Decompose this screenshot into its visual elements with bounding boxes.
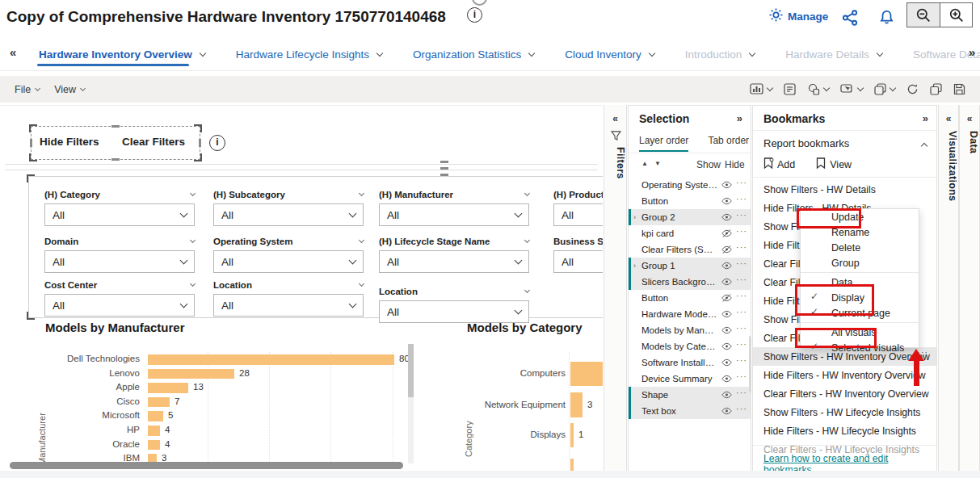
eye-icon[interactable] [721, 358, 732, 369]
layer-item-hardware-models-de-[interactable]: Hardware Models De...··· [629, 306, 751, 322]
chevron-down-icon[interactable] [190, 191, 196, 196]
slicer-header[interactable]: Domain [44, 236, 195, 247]
chevron-down-icon[interactable] [376, 50, 383, 57]
duplicate-button[interactable] [930, 83, 942, 95]
tab-introduction[interactable]: Introduction [674, 39, 775, 70]
chevron-down-icon[interactable] [359, 237, 364, 243]
slicer-dropdown[interactable]: All [379, 203, 529, 226]
more-options-icon[interactable]: ··· [736, 242, 747, 252]
slicer-dropdown[interactable]: All [213, 203, 364, 226]
zoom-out-button[interactable] [907, 3, 940, 27]
more-options-icon[interactable]: ··· [736, 323, 747, 333]
slicer-dropdown[interactable]: All [379, 250, 529, 273]
chevron-down-icon[interactable] [359, 191, 364, 196]
expand-icon[interactable]: « [960, 113, 979, 124]
slicer-header[interactable]: (H) Product [553, 189, 603, 200]
chevron-down-icon[interactable] [524, 287, 530, 293]
layer-item-models-by-manufact-[interactable]: Models by Manufact...··· [629, 322, 751, 338]
menu-item-group[interactable]: Group [801, 255, 919, 270]
bookmark-item[interactable]: Hide Filters - HW Lifecycle Insights [753, 421, 936, 440]
eye-icon[interactable] [721, 261, 732, 272]
more-options-icon[interactable]: ··· [736, 258, 747, 268]
tab-layer-order[interactable]: Layer order [639, 135, 688, 152]
view-menu[interactable]: View [54, 84, 85, 95]
show-all-button[interactable]: Show [696, 159, 721, 170]
slicer-header[interactable]: (H) Manufacturer [379, 189, 529, 200]
zoom-in-button[interactable] [940, 3, 972, 27]
eye-icon[interactable] [721, 406, 732, 417]
eye-icon[interactable] [721, 212, 732, 224]
chevron-down-icon[interactable] [190, 237, 196, 243]
more-options-icon[interactable]: ··· [736, 194, 747, 203]
layer-item-models-by-category[interactable]: Models by Category··· [629, 338, 751, 354]
layer-item-group-1[interactable]: ›Group 1··· [629, 258, 751, 274]
chevron-up-icon[interactable] [921, 143, 927, 149]
more-options-icon[interactable]: ··· [736, 178, 747, 187]
eye-off-icon[interactable] [721, 293, 732, 304]
hide-filters-button[interactable]: Hide Filters [40, 136, 99, 148]
eye-icon[interactable] [721, 180, 732, 191]
chart-scrollbar-thumb[interactable] [408, 344, 414, 397]
slicer-dropdown[interactable]: All [213, 294, 364, 317]
resize-handle[interactable] [440, 167, 448, 170]
tabs-scroll-left-icon[interactable]: « [10, 45, 16, 59]
menu-item-delete[interactable]: Delete [801, 240, 919, 255]
chevron-down-icon[interactable] [649, 50, 655, 57]
more-options-icon[interactable]: ··· [736, 371, 747, 381]
resize-handle[interactable] [199, 139, 201, 147]
eye-icon[interactable] [721, 277, 732, 288]
data-pane-collapsed[interactable]: « Data [959, 105, 980, 472]
slicer-header[interactable]: Location [379, 286, 529, 297]
collapse-icon[interactable]: » [923, 112, 928, 124]
bookmark-item[interactable]: Show Filters - HW Lifecycle Insights [753, 403, 936, 421]
expand-group-icon[interactable]: › [633, 213, 636, 221]
visual-gallery-button[interactable] [750, 83, 772, 95]
chevron-down-icon[interactable] [524, 191, 530, 196]
slicer-dropdown[interactable]: All [44, 203, 195, 226]
buttons-button[interactable] [840, 83, 863, 95]
refresh-button[interactable] [906, 83, 919, 95]
file-menu[interactable]: File [15, 84, 40, 95]
more-options-icon[interactable]: ··· [736, 307, 747, 317]
chevron-down-icon[interactable] [200, 50, 206, 57]
add-bookmark-button[interactable]: Add [763, 157, 795, 171]
layer-item-group-2[interactable]: ›Group 2··· [629, 209, 751, 225]
collapse-icon[interactable]: » [737, 112, 742, 124]
report-bookmarks-section[interactable]: Report bookmarks [763, 137, 849, 149]
save-button[interactable] [953, 83, 965, 95]
layer-item-slicers-background-te-[interactable]: Slicers Background Te...··· [629, 274, 751, 290]
eye-icon[interactable] [721, 390, 732, 401]
slicer-dropdown[interactable]: All [213, 250, 364, 273]
more-options-icon[interactable]: ··· [736, 291, 747, 300]
shapes-button[interactable] [807, 83, 829, 95]
info-icon[interactable]: i [209, 135, 225, 151]
more-options-icon[interactable]: ··· [736, 388, 747, 397]
hide-all-button[interactable]: Hide [725, 159, 745, 170]
resize-handle[interactable] [440, 161, 448, 163]
slicer-header[interactable]: Cost Center [44, 279, 195, 291]
expand-icon[interactable]: « [939, 113, 958, 124]
canvas-horizontal-scrollbar[interactable] [10, 462, 403, 469]
manage-button[interactable]: Manage [769, 8, 828, 24]
slicer-header[interactable]: Location [213, 279, 364, 291]
slicer-dropdown[interactable]: All [379, 300, 529, 323]
slicer-dropdown[interactable]: All [44, 294, 195, 317]
slicer-header[interactable]: (H) Subcategory [213, 189, 364, 200]
layer-item-clear-filters-show-[interactable]: Clear Filters (Show)··· [629, 241, 751, 258]
layer-item-shape[interactable]: Shape··· [629, 387, 751, 403]
expand-icon[interactable]: « [604, 113, 626, 124]
layer-item-kpi-card[interactable]: kpi card··· [629, 225, 751, 241]
layer-item-text-box[interactable]: Text box··· [629, 403, 751, 419]
more-options-icon[interactable]: ··· [736, 339, 747, 349]
layer-item-software-installed-on-[interactable]: Software Installed on ...··· [629, 354, 751, 371]
eye-icon[interactable] [721, 309, 732, 321]
notifications-bell-icon[interactable] [879, 10, 894, 28]
resize-handle[interactable] [111, 158, 120, 161]
eye-off-icon[interactable] [721, 229, 732, 240]
info-icon[interactable]: i [467, 7, 482, 23]
chevron-down-icon[interactable] [749, 50, 755, 57]
bookmark-item[interactable]: Hide Filters - HW Inventory Overview [753, 366, 936, 384]
move-up-down-icons[interactable]: ▲▼ [641, 160, 667, 167]
tab-hardware-details[interactable]: Hardware Details [774, 39, 902, 70]
share-icon[interactable] [842, 10, 858, 29]
